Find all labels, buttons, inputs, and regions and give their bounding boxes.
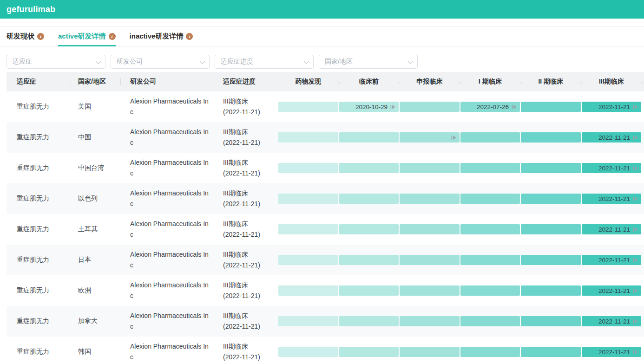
phase-bar[interactable] xyxy=(521,132,581,143)
progress-date: (2022-11-21) xyxy=(223,291,260,301)
phase-bar[interactable]: 2022-11-21 xyxy=(582,163,642,173)
phase-bar[interactable] xyxy=(339,255,399,265)
phase-bar[interactable]: 2022-11-21 xyxy=(582,132,642,143)
phase-bar[interactable] xyxy=(339,132,399,143)
phase-bar[interactable] xyxy=(339,316,399,326)
filter-progress[interactable]: 适应症进度 xyxy=(215,55,314,69)
phase-bar[interactable] xyxy=(339,224,399,234)
phase-bar[interactable] xyxy=(521,224,581,234)
cell-region: 日本 xyxy=(71,245,120,275)
phase-bar[interactable] xyxy=(278,255,338,265)
progress-date: (2022-11-21) xyxy=(223,137,260,148)
phase-bar[interactable] xyxy=(460,255,520,265)
info-icon[interactable]: i xyxy=(109,33,116,40)
phase-bar[interactable] xyxy=(521,285,581,296)
phase-bar[interactable] xyxy=(400,224,460,234)
phase-bar[interactable]: 2022-11-21 xyxy=(582,224,642,234)
bar-date: 2022-11-21 xyxy=(598,195,630,202)
phase-bar[interactable] xyxy=(278,163,338,173)
phase-bar[interactable] xyxy=(339,163,399,173)
table-row: 重症肌无力 美国 Alexion Pharmaceuticals Inc III… xyxy=(7,91,644,122)
phase-bar[interactable] xyxy=(400,347,460,357)
phase-bar[interactable]: 2022-11-21 xyxy=(582,102,642,112)
phase-bar[interactable] xyxy=(339,194,399,204)
phase-label: III期临床 xyxy=(599,78,624,86)
progress-stage: III期临床 xyxy=(223,341,260,352)
phase-bar[interactable]: 2022-11-21 xyxy=(582,316,642,326)
phase-bar[interactable] xyxy=(460,194,520,204)
phase-bars: 2022-11-21 xyxy=(278,245,641,275)
phase-bar[interactable] xyxy=(400,255,460,265)
phase-bar[interactable] xyxy=(278,316,338,326)
progress-date: (2022-11-21) xyxy=(223,199,260,209)
phase-bar[interactable] xyxy=(400,194,460,204)
bar-date: 2020-10-29 xyxy=(355,104,388,110)
info-icon[interactable]: i xyxy=(37,33,44,40)
phase-bar[interactable] xyxy=(278,224,338,234)
bar-date: 2022-11-21 xyxy=(598,287,630,294)
cell-progress: III期临床 (2022-11-21) xyxy=(215,306,273,337)
phase-bar[interactable] xyxy=(400,163,460,173)
cell-indication: 重症肌无力 xyxy=(7,91,71,122)
phase-bar[interactable] xyxy=(400,285,460,296)
cell-region: 中国台湾 xyxy=(71,153,120,183)
phase-label: 药物发现 xyxy=(295,78,321,86)
phase-bar[interactable] xyxy=(278,347,338,357)
filter-placeholder: 适应症进度 xyxy=(221,58,253,66)
phase-bar[interactable]: 2020-10-29 xyxy=(339,102,399,112)
cell-indication: 重症肌无力 xyxy=(7,153,71,183)
phase-bars: 2022-11-21 xyxy=(278,337,641,363)
col-header-region: 国家/地区 xyxy=(71,72,120,91)
filter-region[interactable]: 国家/地区 xyxy=(319,55,418,69)
phase-bar[interactable] xyxy=(521,316,581,326)
filter-company[interactable]: 研发公司 xyxy=(111,55,210,69)
phase-bar[interactable] xyxy=(460,163,520,173)
cell-company: Alexion Pharmaceuticals Inc xyxy=(120,214,215,245)
phase-bar[interactable] xyxy=(400,132,460,143)
tab-rd-status[interactable]: 研发现状 i xyxy=(7,27,44,46)
phase-bar[interactable] xyxy=(339,285,399,296)
cell-region: 加拿大 xyxy=(71,306,120,337)
phase-bar[interactable] xyxy=(278,194,338,204)
company-name: Alexion Pharmaceuticals Inc xyxy=(130,249,209,271)
phase-bar[interactable] xyxy=(460,347,520,357)
phase-bar[interactable] xyxy=(521,347,581,357)
bar-date: 2022-11-21 xyxy=(598,134,630,141)
phase-bar[interactable]: 2022-11-21 xyxy=(582,347,642,357)
cell-company: Alexion Pharmaceuticals Inc xyxy=(120,91,215,122)
phase-bar[interactable] xyxy=(278,285,338,296)
filter-bar: 适应症 研发公司 适应症进度 国家/地区 xyxy=(0,46,644,69)
company-name: Alexion Pharmaceuticals Inc xyxy=(130,280,209,301)
phase-bar[interactable] xyxy=(460,224,520,234)
table-row: 重症肌无力 加拿大 Alexion Pharmaceuticals Inc II… xyxy=(7,306,644,337)
cell-company: Alexion Pharmaceuticals Inc xyxy=(120,275,215,306)
app-header: gefurulimab xyxy=(0,0,644,19)
phase-bar[interactable] xyxy=(521,102,581,112)
phase-header-cells: 药物发现 → 临床前 → 申报临床 → I 期临床 → II 期临床 → III… xyxy=(278,72,641,91)
phase-bar[interactable] xyxy=(400,316,460,326)
bar-date: 2022-11-21 xyxy=(598,318,630,325)
phase-bar[interactable] xyxy=(521,194,581,204)
phase-bar[interactable]: 2022-07-26 xyxy=(460,102,520,112)
cell-progress: III期临床 (2022-11-21) xyxy=(215,91,273,122)
cell-indication: 重症肌无力 xyxy=(7,183,71,214)
phase-bar[interactable] xyxy=(278,102,338,112)
phase-bar[interactable] xyxy=(460,316,520,326)
phase-bar[interactable]: 2022-11-21 xyxy=(582,255,642,265)
table-row: 重症肌无力 日本 Alexion Pharmaceuticals Inc III… xyxy=(7,245,644,275)
filter-indication[interactable]: 适应症 xyxy=(7,55,105,69)
phase-bar[interactable] xyxy=(460,285,520,296)
company-name: Alexion Pharmaceuticals Inc xyxy=(130,127,209,148)
phase-bar[interactable]: 2022-11-21 xyxy=(582,285,642,296)
phase-bar[interactable] xyxy=(400,102,460,112)
phase-bar[interactable] xyxy=(460,132,520,143)
phase-bar[interactable]: 2022-11-21 xyxy=(582,194,642,204)
phase-bar[interactable] xyxy=(521,163,581,173)
tab-active-rd-details[interactable]: active研发详情 i xyxy=(58,27,116,46)
info-icon[interactable]: i xyxy=(186,33,193,40)
phase-bar[interactable] xyxy=(339,347,399,357)
phase-bar[interactable] xyxy=(278,132,338,143)
phase-bar[interactable] xyxy=(521,255,581,265)
tab-inactive-rd-details[interactable]: inactive研发详情 i xyxy=(130,27,193,46)
phase-bars: 2022-11-21 xyxy=(278,153,641,183)
